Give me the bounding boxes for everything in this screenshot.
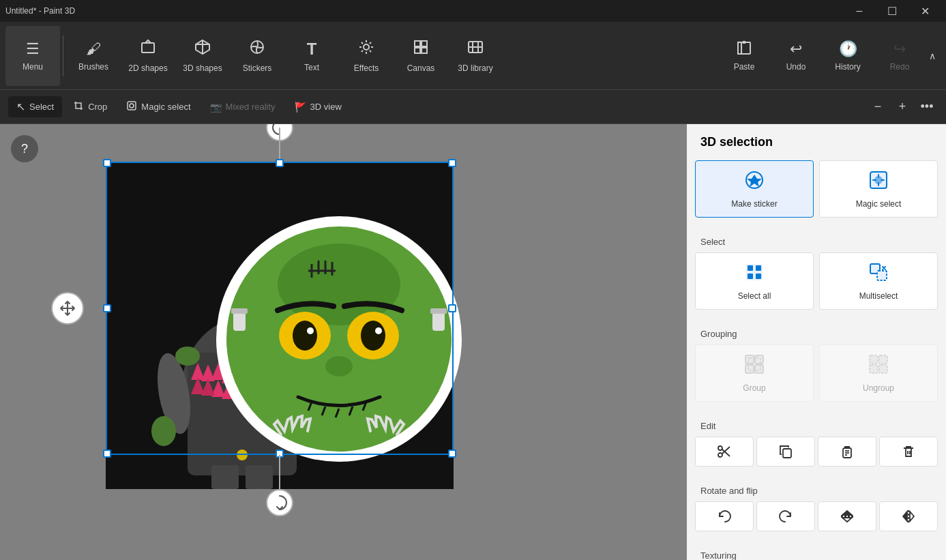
canvas-icon	[413, 39, 429, 59]
panel-magic-select-button[interactable]: Magic select	[819, 160, 938, 218]
svg-rect-65	[756, 265, 761, 271]
toolbar-3dshapes-label: 3D shapes	[183, 63, 222, 73]
toolbar-brushes-label: Brushes	[78, 62, 108, 72]
window-title: Untitled* - Paint 3D	[5, 6, 75, 16]
minimize-button[interactable]: –	[844, 0, 875, 22]
toolbar-2dshapes-label: 2D shapes	[128, 63, 167, 73]
mode-3dview-label: 3D view	[310, 102, 342, 112]
group-button: Group	[695, 344, 814, 402]
svg-rect-35	[246, 465, 273, 489]
svg-rect-78	[879, 365, 887, 373]
edit-buttons	[687, 434, 946, 469]
zoom-out-button[interactable]: −	[867, 96, 889, 118]
maximize-button[interactable]: ☐	[876, 0, 908, 22]
toolbar-menu[interactable]: ☰ Menu	[5, 26, 60, 86]
select-all-icon	[743, 261, 765, 287]
svg-rect-66	[748, 274, 753, 279]
zoom-in-button[interactable]: +	[891, 96, 913, 118]
select-all-label: Select all	[738, 291, 771, 301]
cut-button[interactable]	[695, 437, 754, 467]
selection-box-container	[106, 162, 454, 455]
paste-edit-button[interactable]	[818, 437, 876, 467]
toolbar-text[interactable]: T Text	[284, 26, 339, 86]
panel-tool-buttons: Make sticker Magic select	[687, 158, 946, 220]
toolbar-effects-label: Effects	[354, 63, 379, 73]
history-label: History	[835, 62, 860, 72]
ungroup-icon	[868, 353, 889, 379]
effects-icon	[358, 39, 374, 59]
right-panel: 3D selection Make sticker	[687, 124, 946, 560]
svg-rect-0	[142, 43, 154, 53]
svg-rect-73	[755, 365, 763, 373]
rotate-handle-bottom[interactable]	[266, 489, 293, 516]
group-label: Group	[743, 383, 765, 393]
mode-crop-label: Crop	[88, 102, 107, 112]
rotate-right-button[interactable]	[756, 501, 815, 531]
text-icon: T	[307, 40, 317, 59]
svg-rect-67	[756, 274, 761, 279]
toolbar-canvas-label: Canvas	[407, 63, 435, 73]
toolbar-chevron[interactable]: ∧	[924, 26, 941, 86]
flip-vertical-button[interactable]	[818, 501, 876, 531]
mode-magic-select[interactable]: Magic select	[118, 96, 198, 117]
toolbar-canvas[interactable]: Canvas	[394, 26, 448, 86]
svg-rect-72	[745, 365, 754, 373]
make-sticker-button[interactable]: Make sticker	[695, 160, 814, 218]
copy-button[interactable]	[756, 437, 815, 467]
toolbar-history[interactable]: 🕐 History	[823, 26, 872, 86]
toolbar-brushes[interactable]: 🖌 Brushes	[66, 26, 121, 86]
svg-rect-4	[422, 41, 427, 46]
mixed-reality-icon: 📷	[210, 102, 222, 113]
svg-rect-5	[415, 48, 420, 53]
mode-bar: ↖ Select Crop Magic select 📷 Mixed reali…	[0, 90, 946, 124]
svg-rect-34	[211, 465, 239, 489]
more-options-button[interactable]: •••	[916, 96, 938, 118]
toolbar-3dshapes[interactable]: 3D shapes	[175, 26, 230, 86]
close-button[interactable]: ✕	[909, 0, 941, 22]
3dlibrary-icon	[467, 39, 484, 59]
make-sticker-label: Make sticker	[731, 199, 777, 209]
toolbar-effects[interactable]: Effects	[339, 26, 394, 86]
select-section-label: Select	[687, 231, 946, 250]
edit-section-label: Edit	[687, 415, 946, 434]
stickers-icon	[249, 39, 265, 59]
mode-crop[interactable]: Crop	[65, 96, 115, 117]
panel-magic-select-label: Magic select	[856, 199, 902, 209]
rotate-buttons	[687, 499, 946, 534]
delete-button[interactable]	[879, 437, 938, 467]
history-icon: 🕐	[839, 40, 857, 58]
move-handle[interactable]	[51, 292, 84, 325]
brushes-icon: 🖌	[86, 40, 101, 58]
magic-select-icon	[126, 100, 137, 113]
3dview-icon: 🚩	[295, 102, 306, 113]
mode-3dview[interactable]: 🚩 3D view	[286, 98, 350, 117]
toolbar-paste[interactable]: Paste	[720, 26, 769, 86]
handle-top-left[interactable]	[103, 159, 111, 167]
handle-top-right[interactable]	[448, 159, 456, 167]
toolbar-stickers-label: Stickers	[243, 63, 272, 73]
mode-select[interactable]: ↖ Select	[8, 96, 62, 117]
3dshapes-icon	[194, 39, 211, 59]
help-button[interactable]: ?	[11, 135, 38, 162]
canvas-area[interactable]: ?	[0, 124, 687, 560]
svg-rect-6	[422, 48, 427, 53]
toolbar-redo: ↪ Redo	[875, 26, 924, 86]
mode-select-label: Select	[29, 102, 54, 112]
toolbar-stickers[interactable]: Stickers	[230, 26, 284, 86]
main-area: ?	[0, 124, 946, 560]
select-all-button[interactable]: Select all	[695, 252, 814, 310]
svg-rect-9	[128, 102, 136, 110]
toolbar-2dshapes[interactable]: 2D shapes	[121, 26, 175, 86]
panel-title: 3D selection	[687, 124, 946, 158]
toolbar-3dlibrary[interactable]: 3D library	[448, 26, 503, 86]
flip-horizontal-button[interactable]	[879, 501, 938, 531]
menu-icon: ☰	[26, 40, 40, 58]
svg-rect-8	[741, 42, 750, 54]
rotate-section-label: Rotate and flip	[687, 480, 946, 499]
multiselect-button[interactable]: Multiselect	[819, 252, 938, 310]
handle-middle-left[interactable]	[103, 304, 111, 312]
redo-icon: ↪	[893, 40, 906, 58]
mode-mixed-reality: 📷 Mixed reality	[202, 98, 284, 117]
rotate-left-button[interactable]	[695, 501, 754, 531]
toolbar-undo[interactable]: ↩ Undo	[771, 26, 821, 86]
